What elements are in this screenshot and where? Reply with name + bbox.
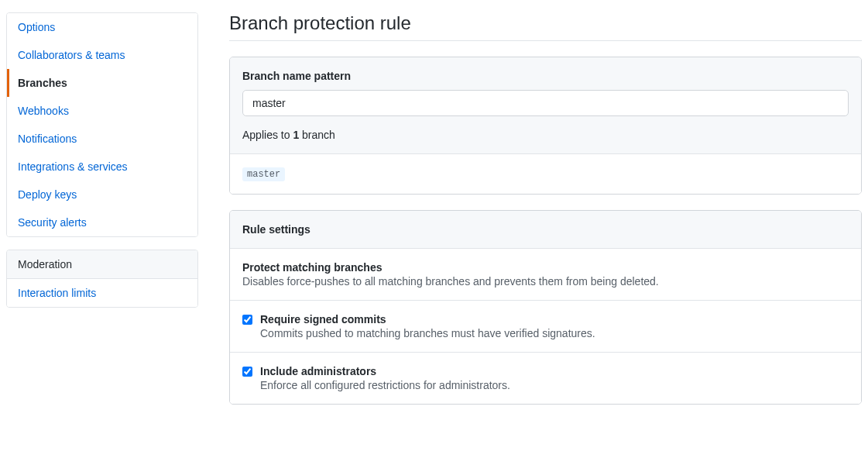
branch-pattern-box: Branch name pattern Applies to 1 branch … [229,57,862,195]
require-signed-commits-section: Require signed commits Commits pushed to… [230,301,861,353]
rule-settings-box: Rule settings Protect matching branches … [229,210,862,405]
sidebar-menu-moderation: Moderation Interaction limits [6,250,198,308]
sidebar-item-options[interactable]: Options [7,13,197,41]
sidebar-item-notifications[interactable]: Notifications [7,125,197,153]
require-signed-commits-title: Require signed commits [260,313,595,326]
sidebar-item-branches[interactable]: Branches [7,69,197,97]
page-root: Options Collaborators & teams Branches W… [6,12,862,420]
check-row: Include administrators Enforce all confi… [242,365,849,391]
rule-settings-header: Rule settings [230,211,861,249]
matched-branch-tag: master [242,167,285,181]
protect-branches-desc: Disables force-pushes to all matching br… [242,275,849,288]
sidebar-menu-main: Options Collaborators & teams Branches W… [6,12,198,237]
include-administrators-section: Include administrators Enforce all confi… [230,353,861,404]
require-signed-commits-checkbox[interactable] [242,315,252,325]
page-title: Branch protection rule [229,12,862,41]
matched-branches-section: master [230,154,861,194]
sidebar-item-webhooks[interactable]: Webhooks [7,97,197,125]
include-administrators-desc: Enforce all configured restrictions for … [260,379,510,391]
branch-applies-text: Applies to 1 branch [242,129,849,141]
include-administrators-checkbox[interactable] [242,367,252,377]
check-body: Include administrators Enforce all confi… [260,365,510,391]
protect-branches-heading: Protect matching branches [242,261,849,274]
sidebar-item-integrations-services[interactable]: Integrations & services [7,153,197,181]
sidebar-item-deploy-keys[interactable]: Deploy keys [7,181,197,208]
sidebar-item-security-alerts[interactable]: Security alerts [7,208,197,236]
main-content: Branch protection rule Branch name patte… [229,12,862,420]
branch-pattern-input[interactable] [242,90,849,116]
check-row: Require signed commits Commits pushed to… [242,313,849,339]
sidebar-item-collaborators-teams[interactable]: Collaborators & teams [7,41,197,69]
require-signed-commits-desc: Commits pushed to matching branches must… [260,327,595,339]
include-administrators-title: Include administrators [260,365,510,377]
sidebar-header-moderation: Moderation [7,250,197,279]
sidebar-item-interaction-limits[interactable]: Interaction limits [7,279,197,307]
applies-prefix: Applies to [242,129,293,141]
settings-sidebar: Options Collaborators & teams Branches W… [6,12,198,420]
applies-count: 1 [293,129,299,141]
branch-pattern-heading: Branch name pattern [242,70,849,82]
protect-branches-section: Protect matching branches Disables force… [230,249,861,301]
rule-settings-heading: Rule settings [242,223,849,236]
applies-suffix: branch [299,129,335,141]
check-body: Require signed commits Commits pushed to… [260,313,595,339]
branch-pattern-section: Branch name pattern Applies to 1 branch [230,57,861,154]
